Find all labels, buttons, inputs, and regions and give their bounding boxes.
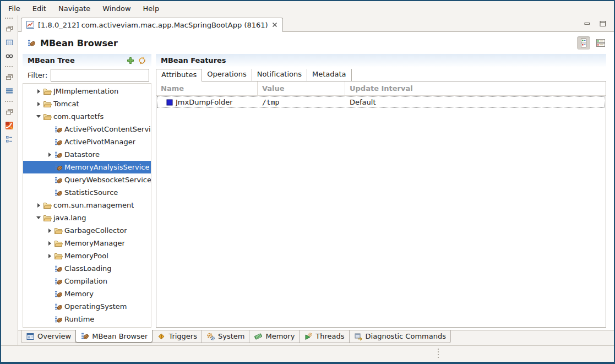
restore-view-icon[interactable] [5, 73, 14, 82]
add-icon[interactable] [126, 56, 135, 65]
page-tab-mbean-browser[interactable]: MBean Browser [75, 330, 153, 343]
tree-collapsed-arrow-icon[interactable] [34, 203, 43, 208]
menu-item-edit[interactable]: Edit [26, 3, 52, 14]
mbean-icon [54, 188, 63, 197]
editor-tab-title: [1.8.0_212] com.activeviam.mac.app.MacSp… [38, 21, 268, 29]
menu-item-help[interactable]: Help [137, 3, 166, 14]
tree-item-label: Datastore [64, 150, 100, 159]
page-tab-triggers[interactable]: Triggers [153, 330, 202, 343]
tree-collapsed-arrow-icon[interactable] [45, 153, 54, 157]
grip-handle[interactable] [5, 66, 14, 67]
tab-notifications[interactable]: Notifications [252, 69, 307, 81]
grip-handle[interactable] [5, 101, 14, 102]
attribute-icon [166, 99, 173, 106]
page-tab-system[interactable]: System [202, 330, 249, 343]
layout-buttons [577, 36, 607, 50]
tree-expanded-arrow-icon[interactable] [34, 115, 43, 118]
statusbar-grip[interactable] [438, 349, 439, 359]
left-toolbar [1, 15, 18, 345]
filter-input[interactable] [51, 69, 149, 82]
tree-item-com-sun-management[interactable]: com.sun.management [23, 199, 151, 211]
tab-metadata[interactable]: Metadata [307, 69, 352, 81]
record-view-icon[interactable] [5, 52, 14, 61]
tab-operations[interactable]: Operations [202, 69, 252, 81]
outline-view-icon[interactable] [5, 135, 14, 144]
tree-item-datastore[interactable]: Datastore [23, 148, 151, 161]
vertical-layout-button[interactable] [577, 36, 590, 50]
attribute-update-interval: Default [350, 98, 376, 106]
tab-attributes[interactable]: Attributes [156, 69, 202, 82]
page-tab-overview[interactable]: Overview [21, 330, 76, 343]
close-icon[interactable] [271, 21, 278, 28]
tree-item-activepivotmanager[interactable]: ActivePivotManager [23, 135, 151, 148]
tree-item-querywebsocketservice[interactable]: QueryWebsocketService [23, 173, 151, 186]
attributes-table-body: JmxDumpFolder/tmpDefault [156, 96, 606, 108]
status-bar [1, 345, 614, 362]
editor-tab-jvm[interactable]: [1.8.0_212] com.activeviam.mac.app.MacSp… [21, 18, 283, 32]
tree-item-label: com.quartetfs [53, 112, 104, 121]
tree-item-statisticsource[interactable]: StatisticSource [23, 186, 151, 199]
mbean-icon [54, 277, 63, 286]
minimize-icon[interactable] [583, 19, 592, 28]
refresh-icon[interactable] [138, 56, 146, 65]
console-view-icon[interactable] [5, 38, 14, 47]
tree-collapsed-arrow-icon[interactable] [45, 241, 54, 246]
tree-item-activepivotcontentservice[interactable]: ActivePivotContentService [23, 123, 151, 135]
jvm-browser-icon[interactable] [5, 121, 14, 130]
triggers-icon [157, 332, 166, 341]
tree-expanded-arrow-icon[interactable] [34, 216, 43, 219]
tree-item-label: Runtime [64, 315, 94, 323]
tree-item-garbagecollector[interactable]: GarbageCollector [23, 224, 151, 237]
menu-item-window[interactable]: Window [96, 3, 137, 14]
table-row-jmxdumpfolder[interactable]: JmxDumpFolder/tmpDefault [156, 96, 606, 108]
tree-collapsed-arrow-icon[interactable] [45, 229, 54, 233]
tree-item-memoryanalysisservice[interactable]: MemoryAnalysisService [23, 161, 151, 173]
tree-item-java-lang[interactable]: java.lang [23, 211, 151, 224]
page-tabs: OverviewMBean BrowserTriggersSystemMemor… [21, 330, 451, 343]
mbean-browser-form: MBean Browser MBean Tree [18, 32, 614, 330]
page-tab-threads[interactable]: Threads [300, 330, 349, 343]
tree-collapsed-arrow-icon[interactable] [34, 102, 43, 106]
tree-item-operatingsystem[interactable]: OperatingSystem [23, 300, 151, 313]
tree-item-memory[interactable]: Memory [23, 287, 151, 300]
page-tab-memory[interactable]: Memory [249, 330, 300, 343]
page-tab-diagnostic-commands[interactable]: Diagnostic Commands [350, 330, 450, 343]
horizontal-layout-button[interactable] [594, 36, 607, 50]
folder-icon [43, 214, 52, 222]
attribute-name: JmxDumpFolder [176, 98, 233, 106]
restore-view-icon[interactable] [5, 24, 14, 33]
properties-view-icon[interactable] [5, 86, 14, 95]
page-tab-label: Triggers [168, 332, 197, 340]
tree-item-compilation[interactable]: Compilation [23, 275, 151, 287]
tree-item-com-quartetfs[interactable]: com.quartetfs [23, 110, 151, 123]
tree-item-runtime[interactable]: Runtime [23, 313, 151, 325]
mbean-icon [54, 302, 63, 311]
page-tab-label: Diagnostic Commands [366, 332, 446, 340]
tree-item-tomcat[interactable]: Tomcat [23, 97, 151, 110]
tree-item-jmimplementation[interactable]: JMImplementation [23, 85, 151, 97]
tree-collapsed-arrow-icon[interactable] [34, 89, 43, 94]
column-header-name: Name [156, 82, 258, 95]
restore-view-icon[interactable] [5, 107, 14, 116]
page-tab-label: Threads [315, 332, 344, 340]
tree-item-memorypool[interactable]: MemoryPool [23, 249, 151, 262]
maximize-icon[interactable] [598, 19, 607, 28]
main-area: [1.8.0_212] com.activeviam.mac.app.MacSp… [1, 15, 614, 345]
folder-icon [54, 239, 63, 248]
diagnostic-icon [354, 332, 363, 341]
tree-item-memorymanager[interactable]: MemoryManager [23, 237, 151, 249]
page-tab-label: Overview [37, 332, 71, 340]
mbean-tree-title: MBean Tree [28, 56, 75, 64]
mbean-tree-header: MBean Tree [23, 54, 151, 67]
mbean-icon [54, 264, 63, 273]
folder-icon [43, 100, 52, 108]
chart-icon [26, 20, 35, 29]
editor-area: [1.8.0_212] com.activeviam.mac.app.MacSp… [18, 15, 614, 345]
tree-item-classloading[interactable]: ClassLoading [23, 262, 151, 275]
mbean-icon [54, 176, 63, 184]
menu-item-file[interactable]: File [2, 3, 26, 14]
folder-icon [54, 252, 63, 260]
grip-handle[interactable] [5, 18, 14, 19]
tree-collapsed-arrow-icon[interactable] [45, 254, 54, 258]
menu-item-navigate[interactable]: Navigate [52, 3, 96, 14]
